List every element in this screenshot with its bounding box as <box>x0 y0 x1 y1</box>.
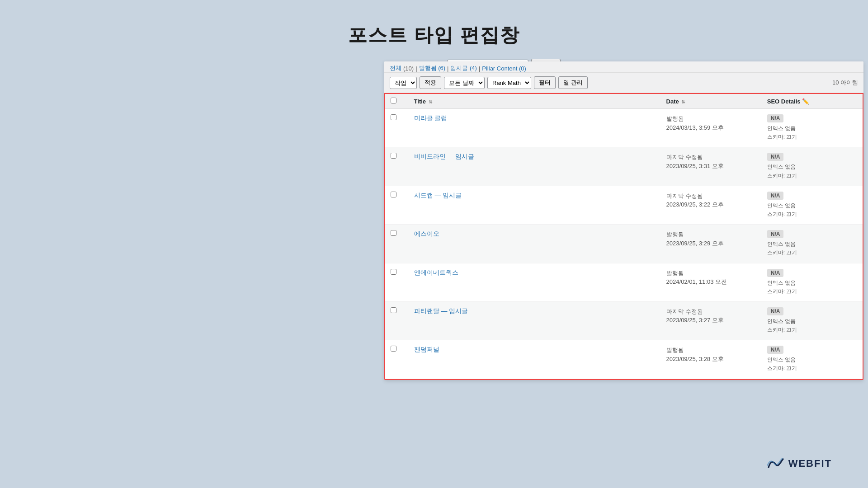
filter-button[interactable]: 필터 <box>534 76 556 89</box>
seo-score-badge: N/A <box>767 153 784 161</box>
row-checkbox[interactable] <box>391 192 396 197</box>
row-date-cell: 마지막 수정됨 2023/09/25, 3:22 오후 <box>661 186 762 224</box>
row-checkbox-cell[interactable] <box>385 263 409 301</box>
row-checkbox[interactable] <box>391 346 396 352</box>
row-checkbox[interactable] <box>391 114 396 120</box>
seo-index: 인덱스 없음 <box>767 280 796 286</box>
post-title-link[interactable]: 미라클 클럽 <box>414 114 448 122</box>
date-status: 발행됨 <box>666 231 684 238</box>
row-checkbox[interactable] <box>391 269 396 275</box>
manage-columns-button[interactable]: 열 관리 <box>558 76 588 89</box>
tab-published[interactable]: 발행됨 (6) <box>419 64 446 72</box>
row-date-cell: 발행됨 2024/02/01, 11:03 오전 <box>661 263 762 301</box>
row-date-cell: 마지막 수정됨 2023/09/25, 3:31 오후 <box>661 147 762 186</box>
apply-button[interactable]: 적용 <box>420 76 441 89</box>
row-checkbox-cell[interactable] <box>385 186 409 224</box>
date-status: 발행됨 <box>666 270 684 277</box>
date-value: 2023/09/25, 3:28 오후 <box>666 356 724 362</box>
row-title-cell: 에스이오 <box>409 225 661 263</box>
actions-bar: 작업 적용 모든 날짜 Rank Math 필터 열 관리 10 아이템 <box>384 73 863 93</box>
date-status: 마지막 수정됨 <box>666 154 703 160</box>
table-row: 팬덤퍼널 발행됨 2023/09/25, 3:28 오후 N/A 인덱스 없음 … <box>385 340 863 379</box>
seo-index: 인덱스 없음 <box>767 164 796 170</box>
tab-all[interactable]: 전체 <box>390 64 401 72</box>
date-status: 발행됨 <box>666 347 684 353</box>
post-title-link[interactable]: 파티랜달 — 임시글 <box>414 307 468 314</box>
select-all-checkbox[interactable] <box>391 98 396 103</box>
row-date-cell: 발행됨 2024/03/13, 3:59 오후 <box>661 109 762 147</box>
row-checkbox-cell[interactable] <box>385 109 409 147</box>
date-value: 2024/03/13, 3:59 오후 <box>666 124 724 131</box>
row-date-cell: 마지막 수정됨 2023/09/25, 3:27 오후 <box>661 301 762 340</box>
post-title-link[interactable]: 엔에이네트웍스 <box>414 269 458 276</box>
row-date-cell: 발행됨 2023/09/25, 3:29 오후 <box>661 225 762 263</box>
title-sort-arrow: ⇅ <box>429 99 432 104</box>
seo-index: 인덱스 없음 <box>767 241 796 247</box>
seo-score-badge: N/A <box>767 230 784 238</box>
post-title-link[interactable]: 시드캡 — 임시글 <box>414 192 462 199</box>
posts-table: Title ⇅ Date ⇅ SEO Details ✏️ <box>385 94 863 379</box>
row-checkbox[interactable] <box>391 153 396 159</box>
seo-score-badge: N/A <box>767 114 784 122</box>
date-status: 마지막 수정됨 <box>666 192 703 199</box>
row-checkbox-cell[interactable] <box>385 225 409 263</box>
seo-schema: 스키마: 끄기 <box>767 249 797 256</box>
seo-index: 인덱스 없음 <box>767 318 796 324</box>
row-title-cell: 미라클 클럽 <box>409 109 661 147</box>
row-seo-cell: N/A 인덱스 없음 스키마: 끄기 <box>762 340 863 379</box>
row-title-cell: 파티랜달 — 임시글 <box>409 301 661 340</box>
bulk-action-select[interactable]: 작업 <box>390 77 417 89</box>
seo-score-badge: N/A <box>767 269 784 277</box>
row-title-cell: 시드캡 — 임시글 <box>409 186 661 224</box>
table-header-row: Title ⇅ Date ⇅ SEO Details ✏️ <box>385 94 863 109</box>
row-seo-cell: N/A 인덱스 없음 스키마: 끄기 <box>762 147 863 186</box>
row-checkbox-cell[interactable] <box>385 340 409 379</box>
row-checkbox[interactable] <box>391 230 396 236</box>
date-status: 발행됨 <box>666 115 684 122</box>
seo-schema: 스키마: 끄기 <box>767 211 797 217</box>
seo-schema: 스키마: 끄기 <box>767 365 797 371</box>
row-checkbox-cell[interactable] <box>385 301 409 340</box>
table-row: 미라클 클럽 발행됨 2024/03/13, 3:59 오후 N/A 인덱스 없… <box>385 109 863 147</box>
seo-index: 인덱스 없음 <box>767 202 796 209</box>
seo-score-badge: N/A <box>767 307 784 315</box>
seo-score-badge: N/A <box>767 192 784 200</box>
post-title-link[interactable]: 비비드라인 — 임시글 <box>414 153 475 160</box>
row-title-cell: 엔에이네트웍스 <box>409 263 661 301</box>
post-title-link[interactable]: 에스이오 <box>414 230 439 237</box>
webfit-logo: WEBFIT <box>767 457 832 470</box>
posts-table-container: Title ⇅ Date ⇅ SEO Details ✏️ <box>384 93 863 380</box>
date-filter-select[interactable]: 모든 날짜 <box>444 77 485 89</box>
tab-draft[interactable]: 임시글 (4) <box>450 64 477 72</box>
page-title: 포스트 타입 편집창 <box>0 0 868 61</box>
date-value: 2023/09/25, 3:29 오후 <box>666 240 724 247</box>
tab-pillar[interactable]: Pillar Content (0) <box>482 65 526 72</box>
date-value: 2023/09/25, 3:31 오후 <box>666 163 724 169</box>
row-checkbox[interactable] <box>391 307 396 313</box>
date-sort-arrow: ⇅ <box>681 99 685 104</box>
col-seo: SEO Details ✏️ <box>762 94 863 109</box>
date-value: 2024/02/01, 11:03 오전 <box>666 278 727 285</box>
filter-tabs: 전체 (10) | 발행됨 (6) | 임시글 (4) | Pillar Con… <box>384 61 863 73</box>
table-row: 에스이오 발행됨 2023/09/25, 3:29 오후 N/A 인덱스 없음 … <box>385 225 863 263</box>
tab-all-count: (10) <box>403 65 414 72</box>
col-date[interactable]: Date ⇅ <box>661 94 762 109</box>
seo-edit-icon[interactable]: ✏️ <box>802 98 809 105</box>
row-seo-cell: N/A 인덱스 없음 스키마: 끄기 <box>762 186 863 224</box>
row-seo-cell: N/A 인덱스 없음 스키마: 끄기 <box>762 225 863 263</box>
select-all-checkbox-header[interactable] <box>385 94 409 109</box>
seo-schema: 스키마: 끄기 <box>767 173 797 179</box>
item-count: 10 아이템 <box>832 79 858 87</box>
table-row: 비비드라인 — 임시글 마지막 수정됨 2023/09/25, 3:31 오후 … <box>385 147 863 186</box>
row-seo-cell: N/A 인덱스 없음 스키마: 끄기 <box>762 109 863 147</box>
seo-index: 인덱스 없음 <box>767 125 796 131</box>
table-row: 시드캡 — 임시글 마지막 수정됨 2023/09/25, 3:22 오후 N/… <box>385 186 863 224</box>
table-row: 엔에이네트웍스 발행됨 2024/02/01, 11:03 오전 N/A 인덱스… <box>385 263 863 301</box>
col-title[interactable]: Title ⇅ <box>409 94 661 109</box>
webfit-logo-icon <box>767 457 785 470</box>
row-checkbox-cell[interactable] <box>385 147 409 186</box>
date-value: 2023/09/25, 3:27 오후 <box>666 317 724 324</box>
plugin-filter-select[interactable]: Rank Math <box>487 77 531 89</box>
post-title-link[interactable]: 팬덤퍼널 <box>414 346 439 353</box>
seo-schema: 스키마: 끄기 <box>767 288 797 295</box>
